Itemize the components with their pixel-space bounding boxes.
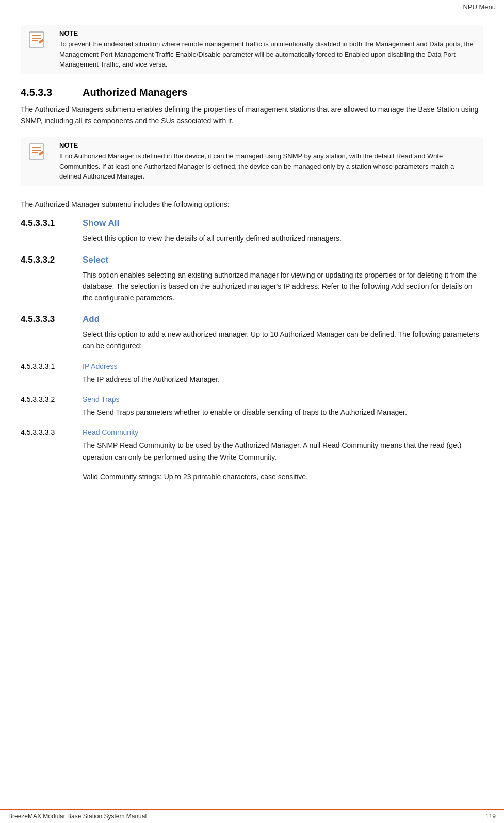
section-45332: 4.5.3.3.2 Select This option enables sel… <box>21 255 483 304</box>
section-453333-body2: Valid Community strings: Up to 23 printa… <box>83 471 483 482</box>
section-4533-number: 4.5.3.3 <box>21 87 83 99</box>
section-45333-heading: 4.5.3.3.3 Add <box>21 314 483 325</box>
note-icon-2 <box>27 142 46 161</box>
note-icon-col-1 <box>21 25 52 74</box>
note-icon-col-2 <box>21 137 52 186</box>
section-45332-heading: 4.5.3.3.2 Select <box>21 255 483 265</box>
section-45333-body: Select this option to add a new authoriz… <box>83 329 483 352</box>
section-45331-body: Select this option to view the details o… <box>83 233 483 244</box>
main-content: NOTE To prevent the undesired situation … <box>0 14 504 534</box>
section-45333: 4.5.3.3.3 Add Select this option to add … <box>21 314 483 352</box>
section-453333-heading: 4.5.3.3.3.3 Read Community <box>21 428 483 437</box>
note-label-2: NOTE <box>59 141 476 149</box>
section-45331-number: 4.5.3.3.1 <box>21 218 83 229</box>
section-4533-heading: 4.5.3.3 Authorized Managers <box>21 87 483 99</box>
section-45332-title: Select <box>83 255 108 265</box>
page-header: NPU Menu <box>0 0 504 14</box>
header-title: NPU Menu <box>463 3 496 11</box>
section-453332-number: 4.5.3.3.3.2 <box>21 395 83 404</box>
footer-right: 119 <box>485 813 496 820</box>
section-453332-body: The Send Traps parameters whether to ena… <box>83 407 483 418</box>
section-45332-body: This option enables selecting an existin… <box>83 269 483 304</box>
section-453333-body1: The SNMP Read Community to be used by th… <box>83 440 483 463</box>
section-45331-heading: 4.5.3.3.1 Show All <box>21 218 483 229</box>
section-4533: 4.5.3.3 Authorized Managers The Authoriz… <box>21 87 483 127</box>
section-453333: 4.5.3.3.3.3 Read Community The SNMP Read… <box>21 428 483 482</box>
page-footer: BreezeMAX Modular Base Station System Ma… <box>0 809 504 823</box>
section-4533-body: The Authorized Managers submenu enables … <box>21 104 483 127</box>
section-45333-title: Add <box>83 314 100 325</box>
section-453332-title: Send Traps <box>83 395 120 404</box>
section-453331: 4.5.3.3.3.1 IP Address The IP address of… <box>21 362 483 385</box>
footer-left: BreezeMAX Modular Base Station System Ma… <box>8 813 147 820</box>
note-content-1: NOTE To prevent the undesired situation … <box>52 25 483 74</box>
note-box-1: NOTE To prevent the undesired situation … <box>21 25 483 74</box>
section-453331-title: IP Address <box>83 362 117 370</box>
note-content-2: NOTE If no Authorized Manager is defined… <box>52 137 483 186</box>
section-45333-number: 4.5.3.3.3 <box>21 314 83 325</box>
note-text-1: To prevent the undesired situation where… <box>59 39 476 70</box>
section-45332-number: 4.5.3.3.2 <box>21 255 83 265</box>
section-453332: 4.5.3.3.3.2 Send Traps The Send Traps pa… <box>21 395 483 418</box>
intro-text: The Authorized Manager submenu includes … <box>21 199 483 210</box>
section-453331-number: 4.5.3.3.3.1 <box>21 362 83 370</box>
section-45331-title: Show All <box>83 218 119 229</box>
section-45331: 4.5.3.3.1 Show All Select this option to… <box>21 218 483 244</box>
note-text-2: If no Authorized Manager is defined in t… <box>59 151 476 182</box>
section-453333-number: 4.5.3.3.3.3 <box>21 428 83 437</box>
section-453332-heading: 4.5.3.3.3.2 Send Traps <box>21 395 483 404</box>
note-box-2: NOTE If no Authorized Manager is defined… <box>21 137 483 186</box>
note-icon-1 <box>27 30 46 49</box>
section-453331-heading: 4.5.3.3.3.1 IP Address <box>21 362 483 370</box>
section-4533-title: Authorized Managers <box>83 87 187 99</box>
section-453331-body: The IP address of the Authorized Manager… <box>83 374 483 385</box>
note-label-1: NOTE <box>59 29 476 37</box>
section-453333-title: Read Community <box>83 428 138 437</box>
